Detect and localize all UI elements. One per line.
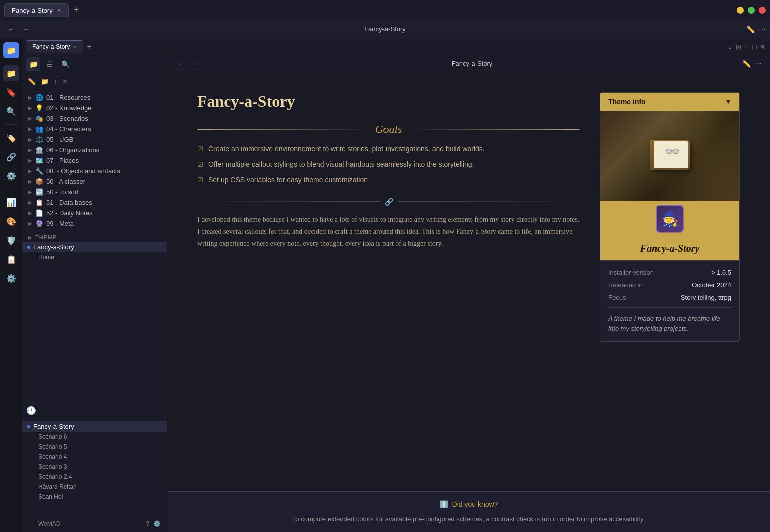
inner-chevron-down[interactable]: ⌄ (727, 43, 733, 51)
history-item-sean[interactable]: Sean Hol (22, 492, 167, 502)
footer-help-icon[interactable]: ? (146, 520, 149, 527)
inner-minimize[interactable]: ─ (745, 43, 750, 51)
close-panel-icon[interactable]: ✕ (61, 76, 69, 87)
folder-02-knowledge[interactable]: ▶ 💡 02 - Knowledge (22, 103, 167, 113)
activity-chart[interactable]: 📊 (3, 194, 19, 210)
folder-icon: ↩️ (35, 188, 43, 196)
folder-50a-classer[interactable]: ▶ 📦 50 - A classer (22, 176, 167, 187)
edit-icon[interactable]: ✏️ (746, 25, 755, 33)
panel-search-btn[interactable]: 🔍 (58, 57, 72, 71)
activity-tag[interactable]: 🏷️ (3, 130, 19, 146)
new-folder-icon[interactable]: 📁 (39, 76, 50, 87)
activity-gear[interactable]: ⚙️ (3, 270, 19, 286)
footer-app-name: WeMAD (38, 520, 60, 527)
maximize-button[interactable] (748, 7, 755, 14)
folder-icon: 📄 (35, 209, 43, 217)
more-icon[interactable]: ⋯ (759, 25, 766, 33)
history-item-label: Fancy-a-Story (33, 423, 74, 430)
page-content: Fancy-a-Story Goals ☑ (167, 72, 770, 491)
inner-close[interactable]: ✕ (760, 43, 766, 51)
theme-avatar-area: 🧙 (600, 201, 739, 237)
folder-51-databases[interactable]: ▶ 📋 51 - Data bases (22, 197, 167, 208)
page-edit-button[interactable]: ✏️ (742, 60, 751, 68)
activity-bookmark[interactable]: 🔖 (3, 84, 19, 100)
activity-clipboard[interactable]: 📋 (3, 251, 19, 267)
folder-05-ugb[interactable]: ▶ ⚖️ 05 - UGB (22, 134, 167, 145)
folder-01-resources[interactable]: ▶ 🌐 01 - Resources (22, 92, 167, 103)
back-button[interactable]: ← (4, 24, 17, 34)
outer-tab-add[interactable]: + (74, 5, 79, 15)
app-logo[interactable]: 📁 (3, 42, 19, 58)
forward-button[interactable]: → (19, 24, 32, 34)
active-dot (27, 246, 30, 249)
folder-04-characters[interactable]: ▶ 👥 04 - Characters (22, 124, 167, 134)
folder-99-meta[interactable]: ▶ 🔮 99 - Meta (22, 218, 167, 229)
history-item-scenario5[interactable]: Scénario 5 (22, 442, 167, 452)
sort-icon[interactable]: ↑ (52, 76, 59, 87)
goals-header: Goals (197, 123, 580, 136)
activity-settings[interactable]: ⚙️ (3, 168, 19, 184)
activity-search[interactable]: 🔍 (3, 103, 19, 119)
inner-maximize[interactable]: □ (753, 43, 757, 51)
history-item-label: Scenario 3 (38, 463, 67, 470)
page-left-content: Fancy-a-Story Goals ☑ (197, 92, 580, 471)
page-back-button[interactable]: ← (175, 59, 186, 69)
file-toolbar: ✏️ 📁 ↑ ✕ (22, 73, 167, 90)
inner-split-view[interactable]: ⊞ (736, 43, 742, 51)
outer-tab-close[interactable]: ✕ (57, 7, 61, 14)
panel-files-btn[interactable]: 📁 (26, 57, 40, 71)
history-item-label: Scenario 4 (38, 453, 67, 460)
chevron-icon: ▶ (28, 179, 32, 184)
outer-tab-fancy[interactable]: Fancy-a-Story ✕ (4, 3, 69, 17)
folder-07-places[interactable]: ▶ 🗺️ 07 - Places (22, 155, 167, 166)
activity-palette[interactable]: 🎨 (3, 213, 19, 229)
page-more-button[interactable]: ⋯ (755, 60, 762, 68)
goal-text-1: Create an immersive environnement to wri… (208, 144, 485, 154)
theme-info-header[interactable]: Theme info ▼ (600, 93, 739, 111)
folder-03-scenarios[interactable]: ▶ 🎭 03 - Scenarios (22, 113, 167, 124)
outer-right-icons: ✏️ ⋯ (746, 25, 766, 33)
history-item-scenario3[interactable]: Scenario 3 (22, 462, 167, 472)
inner-tab-close[interactable]: ✕ (73, 44, 77, 50)
folder-icon: 🔮 (35, 220, 43, 227)
history-item-scenario4[interactable]: Scenario 4 (22, 452, 167, 462)
file-home[interactable]: Home (22, 252, 167, 262)
panel-list-btn[interactable]: ☰ (42, 57, 56, 71)
history-item-scenario24[interactable]: Scénario 2.4 (22, 472, 167, 482)
folder-label: 05 - UGB (46, 136, 73, 143)
history-item-fancy[interactable]: Fancy-a-Story (22, 421, 167, 432)
folder-52-daily[interactable]: ▶ 📄 52 - Daily Notes (22, 208, 167, 218)
folder-06-organizations[interactable]: ▶ 🏛️ 06 - Organizations (22, 145, 167, 155)
folder-50b-sort[interactable]: ▶ ↩️ 50 - To sort (22, 187, 167, 197)
footer-left-icon: ← (28, 520, 34, 527)
close-button[interactable] (759, 7, 766, 14)
new-file-icon[interactable]: ✏️ (26, 76, 37, 87)
detail-row-released: Released in October 2024 (608, 281, 731, 289)
minimize-button[interactable] (737, 7, 744, 14)
footer-settings-icon[interactable]: ⚙️ (153, 520, 161, 527)
folder-theme[interactable]: ▶ THEME (22, 233, 167, 242)
activity-shield[interactable]: 🛡️ (3, 232, 19, 248)
activity-files[interactable]: 📁 (3, 65, 19, 81)
folder-08-objects[interactable]: ▶ 🔧 08 ~ Objects and artifacts (22, 166, 167, 176)
theme-image: 👓 (600, 111, 739, 201)
history-item-scenario6[interactable]: Scénario 6 (22, 432, 167, 442)
history-item-havard[interactable]: Håvard Reitan (22, 482, 167, 492)
inner-content: 📁 ☰ 🔍 ✏️ 📁 ↑ ✕ ▶ (22, 55, 770, 532)
folder-label: 03 - Scenarios (46, 115, 88, 122)
activity-link[interactable]: 🔗 (3, 149, 19, 165)
chevron-icon: ▶ (28, 235, 32, 240)
inner-tab-add[interactable]: + (87, 42, 91, 51)
dyk-title: Did you know? (452, 500, 498, 508)
theme-info-panel: Theme info ▼ (600, 92, 740, 471)
released-value: October 2024 (692, 281, 731, 289)
folder-icon: 📋 (35, 199, 43, 206)
goal-check-icon: ☑ (197, 144, 203, 154)
folder-icon: 📦 (35, 178, 43, 185)
folder-label: 02 - Knowledge (46, 104, 91, 112)
page-main-title: Fancy-a-Story (197, 92, 580, 111)
page-forward-button[interactable]: → (190, 59, 201, 69)
outer-title-bar: Fancy-a-Story ✕ + (0, 0, 770, 20)
folder-fancy-story[interactable]: Fancy-a-Story (22, 242, 167, 252)
inner-tab-fancy[interactable]: Fancy-a-Story ✕ (26, 40, 83, 53)
